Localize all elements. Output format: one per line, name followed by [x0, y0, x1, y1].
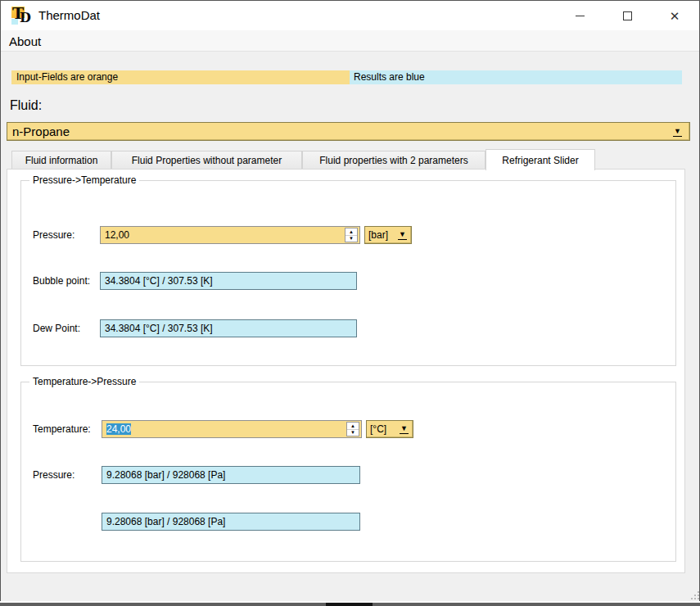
minimize-icon	[576, 16, 585, 16]
pressure-spinner: ▲ ▼	[345, 228, 358, 242]
temperature-unit-combobox[interactable]: [°C] ▼	[366, 420, 413, 438]
pressure-unit-value: [bar]	[368, 229, 388, 241]
temperature-spinner: ▲ ▼	[346, 422, 359, 436]
pressure-input-value: 12,00	[105, 229, 129, 241]
close-button[interactable]: ✕	[656, 2, 693, 30]
logo-letter-d: D	[20, 10, 31, 25]
window-border-left	[0, 0, 1, 601]
app-logo-icon: T D	[11, 7, 32, 25]
tab-fluid-properties-without-parameter[interactable]: Fluid Properties without parameter	[111, 151, 302, 170]
fluid-combobox[interactable]: n-Propane ▼	[7, 122, 690, 141]
bubble-point-result: 34.3804 [°C] / 307.53 [K]	[100, 272, 357, 290]
taskbar-edge[interactable]	[0, 603, 700, 606]
window-title: ThermoDat	[38, 8, 100, 22]
legend-input-fields: Input-Fields are orange	[11, 70, 350, 84]
group-title: Pressure->Temperature	[29, 174, 139, 186]
dew-point-label: Dew Point:	[33, 319, 80, 337]
tab-fluid-properties-with-2-parameters[interactable]: Fluid properties with 2 parameters	[302, 151, 485, 170]
group-pressure-to-temperature: Pressure->Temperature Pressure: 12,00 ▲ …	[20, 180, 676, 366]
spin-up-icon[interactable]: ▲	[345, 228, 357, 236]
menu-item-about[interactable]: About	[1, 30, 49, 52]
pressure-result-pa: 9.28068 [bar] / 928068 [Pa]	[102, 513, 360, 531]
minimize-button[interactable]	[561, 2, 598, 30]
dew-point-result: 34.3804 [°C] / 307.53 [K]	[100, 319, 357, 337]
spin-down-icon[interactable]: ▼	[347, 430, 359, 436]
chevron-down-icon[interactable]: ▼	[398, 231, 407, 240]
taskbar-icon-fragment	[326, 603, 373, 606]
fluid-label: Fluid:	[10, 98, 42, 113]
pressure-label: Pressure:	[33, 226, 75, 244]
pressure-input[interactable]: 12,00 ▲ ▼	[100, 226, 360, 244]
menu-bar: About	[1, 30, 699, 52]
spin-down-icon[interactable]: ▼	[345, 236, 357, 242]
pressure-result: 9.28068 [bar] / 928068 [Pa]	[102, 466, 360, 484]
close-icon: ✕	[670, 10, 680, 22]
window-border-top	[0, 0, 700, 1]
chevron-down-icon[interactable]: ▼	[400, 425, 409, 434]
chevron-down-icon[interactable]: ▼	[673, 128, 682, 137]
group-temperature-to-pressure: Temperature->Pressure Temperature: 24,00…	[20, 382, 676, 562]
group-title: Temperature->Pressure	[29, 376, 139, 387]
maximize-icon	[623, 11, 632, 20]
temperature-unit-value: [°C]	[370, 423, 386, 435]
bubble-point-label: Bubble point:	[33, 272, 90, 290]
temperature-input[interactable]: 24,00 ▲ ▼	[102, 420, 362, 438]
title-bar: T D ThermoDat ✕	[1, 1, 699, 30]
tab-fluid-information[interactable]: Fluid information	[11, 151, 111, 170]
maximize-button[interactable]	[608, 2, 646, 30]
app-window: T D ThermoDat ✕ About Input-Fields are o…	[0, 0, 700, 606]
pressure-unit-combobox[interactable]: [bar] ▼	[364, 226, 412, 244]
tab-refrigerant-slider[interactable]: Refrigerant Slider	[485, 149, 595, 170]
temperature-input-value-selected: 24,00	[106, 423, 131, 435]
fluid-selected-value: n-Propane	[12, 124, 70, 138]
refrigerant-slider-panel: Pressure->Temperature Pressure: 12,00 ▲ …	[7, 169, 685, 573]
legend-results: Results are blue	[350, 70, 682, 84]
pressure-result-label: Pressure:	[33, 466, 75, 484]
resize-grip[interactable]	[690, 590, 699, 599]
temperature-label: Temperature:	[33, 420, 91, 438]
spin-up-icon[interactable]: ▲	[347, 423, 359, 430]
